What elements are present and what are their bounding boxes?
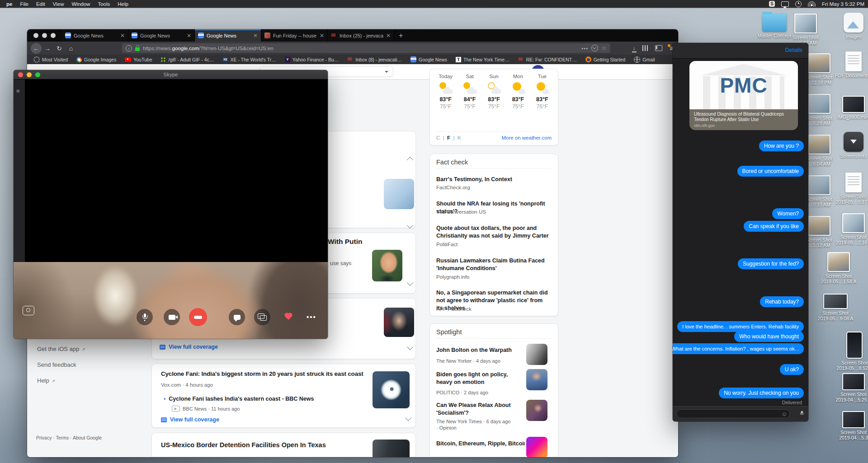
share-screen-button[interactable] (254, 309, 270, 325)
bookmark-getting-started[interactable]: Getting Started (585, 56, 626, 62)
spotlight-item[interactable]: Can We Please Relax About 'Socialism'? (436, 402, 524, 417)
tab-fun-friday[interactable]: Fun Friday -- house history - je ✕ (261, 29, 328, 42)
bookmark-inbox[interactable]: ✉Inbox (8) - jeevacati… (347, 56, 402, 62)
weather-widget[interactable]: Today 83°F75°F Sat 84°F75°F Sun 83°F75°F (429, 69, 558, 145)
page-info-icon[interactable]: i (126, 45, 132, 51)
details-button[interactable]: Details (785, 47, 802, 53)
article-thumbnail[interactable] (526, 344, 547, 365)
chevron-down-icon[interactable] (407, 280, 413, 286)
menu-tools[interactable]: Tools (98, 1, 110, 7)
chevron-down-icon[interactable] (407, 344, 413, 350)
sidebar-item-help[interactable]: Help↗ (37, 377, 55, 384)
new-tab-button[interactable]: + (394, 29, 407, 42)
message-input[interactable]: ☺ (676, 409, 790, 418)
tab-close-icon[interactable]: ✕ (187, 33, 191, 39)
desktop-icon-screenshot[interactable]: Screen Shot2019-05…8.52 A (835, 332, 868, 371)
home-button[interactable]: ⌂ (65, 45, 77, 52)
related-headline[interactable]: • Cyclone Fani lashes India's eastern co… (164, 396, 314, 402)
video-toggle-button[interactable] (164, 309, 180, 325)
library-icon[interactable] (642, 45, 648, 51)
article-thumbnail[interactable] (373, 440, 410, 457)
fact-check-item[interactable]: Quote about tax dollars, the poor and Ch… (436, 224, 551, 240)
mute-mic-button[interactable] (137, 309, 153, 325)
chat-button[interactable] (229, 309, 245, 325)
fact-check-item[interactable]: Russian Lawmakers Claim Butina Faced 'In… (436, 257, 551, 272)
desktop-icon-movie[interactable]: IMG_9900.mov (834, 96, 868, 120)
spotlight-item[interactable]: John Bolton on the Warpath (436, 346, 524, 354)
airplay-icon[interactable] (781, 1, 789, 7)
bookmark-most-visited[interactable]: Most Visited (33, 56, 68, 63)
back-button[interactable]: ← (31, 43, 42, 54)
sidebar-item-ios-app[interactable]: Get the iOS app↗ (37, 346, 85, 352)
desktop-icon-screenshot[interactable]: Screen Shot2019-04…5.3 (834, 411, 868, 440)
article-thumbnail[interactable] (384, 308, 414, 337)
fact-check-item[interactable]: Barr's Testimony, In Context (436, 176, 551, 183)
headline[interactable]: Cyclone Fani: India's biggest storm in 2… (161, 370, 370, 377)
menu-edit[interactable]: Edit (36, 1, 45, 7)
window-controls[interactable] (27, 29, 62, 42)
tab-close-icon[interactable]: ✕ (120, 33, 125, 39)
heart-reaction-icon[interactable] (284, 313, 293, 321)
desktop-icon-screenshot-doc[interactable]: Screen Shot2019-05…9.37 P (834, 173, 868, 205)
tab-close-icon[interactable]: ✕ (253, 33, 258, 39)
weather-more-link[interactable]: More on weather.com (501, 135, 552, 140)
headline[interactable]: US-Mexico Border Detention Facilities Op… (161, 441, 326, 449)
chevron-down-icon[interactable] (405, 415, 411, 421)
tab-close-icon[interactable]: ✕ (320, 33, 324, 39)
wifi-icon[interactable] (808, 1, 816, 7)
pocket-icon[interactable] (591, 45, 598, 51)
desktop-icon-pdf[interactable]: PDF Document… (834, 51, 868, 78)
camera-flip-icon[interactable] (23, 306, 34, 315)
article-thumbnail[interactable] (526, 400, 547, 421)
emoji-icon[interactable]: ☺ (781, 411, 787, 417)
bookmark-nyt[interactable]: TThe New York Time… (456, 57, 509, 62)
app-menu-fragment[interactable]: pe (6, 1, 12, 7)
dictation-mic-icon[interactable] (800, 411, 804, 416)
unit-toggle[interactable]: C | F | K (436, 135, 461, 140)
desktop-icon-screenshot[interactable]: Screen Shot2019-05…2.16 A (834, 213, 868, 245)
skype-status-icon[interactable]: S (769, 1, 775, 7)
spotlight-item[interactable]: Biden goes light on policy, heavy on emo… (436, 371, 524, 386)
bookmark-google-news[interactable]: Google News (410, 56, 447, 62)
hamburger-icon[interactable]: ≡ (16, 88, 20, 94)
chevron-down-icon[interactable] (385, 71, 388, 75)
more-options-icon[interactable]: ••• (307, 313, 316, 321)
tab-google-news-active[interactable]: Google News ✕ (195, 29, 261, 42)
bookmark-youtube[interactable]: YouTube (125, 57, 152, 62)
page-actions-icon[interactable]: ••• (581, 46, 588, 51)
view-full-coverage-link[interactable]: View full coverage (161, 416, 219, 423)
chevron-up-icon[interactable] (407, 157, 413, 163)
tab-google-news-1[interactable]: Google News ✕ (62, 29, 128, 42)
footer-links[interactable]: Privacy · Terms · About Google (36, 435, 102, 440)
address-bar[interactable]: i https://news.google.com/?hl=en-US&gl=U… (122, 43, 610, 53)
menu-window[interactable]: Window (72, 1, 90, 7)
link-preview-card[interactable]: PMC Ultrasound Diagnosis of Bilateral Qu… (689, 61, 798, 130)
desktop-icon-images[interactable]: Images (834, 13, 868, 39)
desktop-icon-screenshot[interactable]: Screen Shot2019-04…5.25 P (834, 373, 868, 402)
bookmark-gmail[interactable]: Gmail (634, 56, 655, 63)
menu-help[interactable]: Help (118, 1, 128, 7)
desktop-icon-screenshot[interactable]: Screen Shot2019-05…1.58 A (819, 252, 858, 284)
forward-button[interactable]: → (42, 45, 53, 52)
tab-inbox[interactable]: ✉ Inbox (25) - jeevacation@gmai ✕ (328, 29, 394, 42)
bookmark-xe[interactable]: XEXE - The World's Tr… (222, 57, 276, 62)
chevron-down-icon[interactable] (407, 222, 413, 229)
story-card-cyclone[interactable]: Cyclone Fani: India's biggest storm in 2… (151, 364, 416, 428)
headline[interactable]: With Putin (328, 238, 362, 246)
article-thumbnail[interactable] (526, 369, 547, 390)
story-card-border[interactable]: US-Mexico Border Detention Facilities Op… (151, 433, 416, 457)
downloads-icon[interactable]: ↓ (632, 45, 635, 51)
bookmark-confidential[interactable]: ✉RE: Fw: CONFIDENT… (518, 56, 577, 62)
desktop-icon-screenshot[interactable]: Screen Shot2019-05…9.08 A (816, 294, 855, 321)
spotlight-item[interactable]: Bitcoin, Ethereum, Ripple, Bitcoin Cash, (436, 440, 525, 448)
time-machine-icon[interactable] (795, 1, 802, 7)
bookmark-google-images[interactable]: Google Images (76, 57, 116, 62)
article-thumbnail[interactable] (373, 371, 410, 408)
tab-google-news-2[interactable]: Google News ✕ (128, 29, 195, 42)
article-thumbnail[interactable] (372, 250, 402, 281)
end-call-button[interactable] (189, 308, 207, 326)
article-thumbnail[interactable] (384, 179, 414, 209)
article-thumbnail[interactable] (526, 437, 547, 457)
desktop-icon-screenshots-folder[interactable]: Screenshots (834, 132, 868, 159)
desktop-icon-screenshot[interactable]: Screen Shot…6.41 AM (786, 14, 825, 46)
